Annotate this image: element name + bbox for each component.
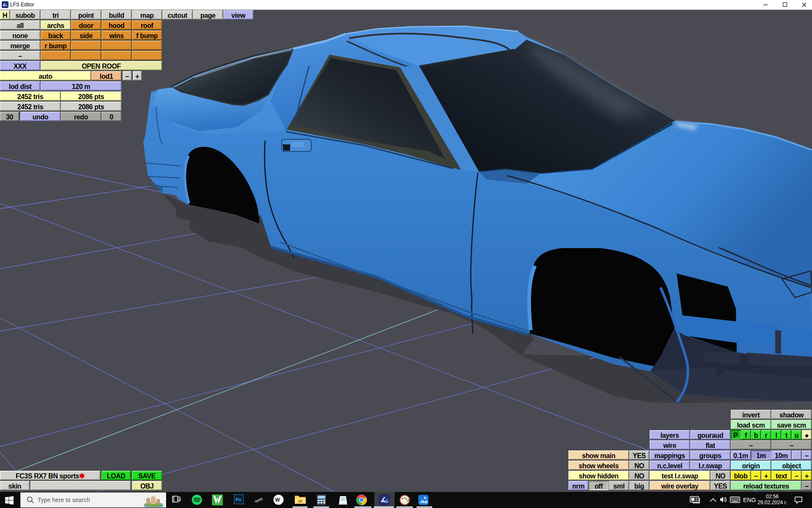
svg-text:Ps: Ps (236, 497, 241, 502)
svg-text:W: W (275, 497, 280, 503)
